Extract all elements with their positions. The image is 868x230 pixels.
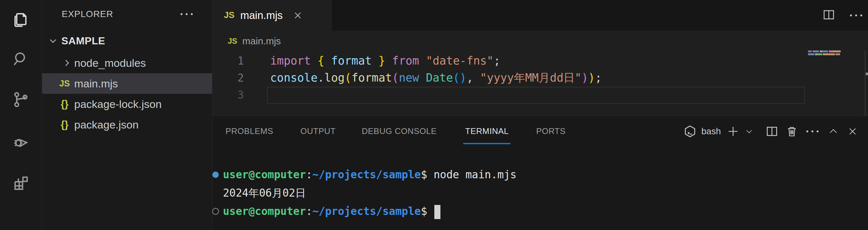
activity-bar bbox=[0, 0, 42, 230]
chevron-down-icon bbox=[745, 127, 754, 136]
sidebar-title: EXPLORER bbox=[62, 9, 114, 19]
new-terminal-button[interactable] bbox=[724, 122, 742, 141]
tree-item-label: node_modules bbox=[74, 57, 146, 69]
explorer-sidebar: EXPLORER SAMPLE node_modulesJSmain.mjs{}… bbox=[42, 0, 212, 230]
code-editor[interactable]: 1import { format } from "date-fns";2cons… bbox=[212, 0, 868, 116]
search-activity-button[interactable] bbox=[0, 42, 42, 77]
more-actions-icon bbox=[806, 130, 818, 132]
line-number: 2 bbox=[212, 69, 244, 87]
terminal-text: user@computer:~/projects/sample$ bbox=[223, 202, 440, 220]
overview-ruler-marker bbox=[866, 73, 868, 75]
tree-item-node_modules[interactable]: node_modules bbox=[42, 53, 212, 73]
terminal-line: 2024年06月02日 bbox=[208, 184, 868, 202]
split-terminal-button[interactable] bbox=[762, 122, 782, 141]
current-line-highlight bbox=[267, 87, 805, 104]
code-line-1[interactable]: 1import { format } from "date-fns"; bbox=[212, 52, 868, 69]
run-debug-activity-button[interactable] bbox=[0, 125, 42, 160]
close-panel-button[interactable] bbox=[844, 122, 862, 141]
terminal-line: user@computer:~/projects/sample$ bbox=[208, 202, 868, 220]
bottom-panel: PROBLEMSOUTPUTDEBUG CONSOLETERMINALPORTS… bbox=[212, 116, 868, 230]
command-success-decoration-icon bbox=[208, 171, 223, 178]
explorer-activity-button[interactable] bbox=[0, 3, 42, 38]
files-icon bbox=[11, 10, 31, 31]
tree-item-package-lock.json[interactable]: {}package-lock.json bbox=[42, 94, 212, 114]
editor-group: JS main.mjs JS main.mjs 1import { bbox=[212, 0, 868, 230]
more-actions-icon bbox=[181, 13, 193, 15]
code-line-2[interactable]: 2console.log(format(new Date(), "yyyy年MM… bbox=[212, 69, 868, 87]
shell-badge[interactable]: bash bbox=[683, 122, 721, 141]
json-file-icon: {} bbox=[56, 119, 73, 130]
command-pending-decoration-icon bbox=[208, 208, 223, 215]
maximize-panel-button[interactable] bbox=[823, 122, 844, 141]
bash-icon bbox=[683, 124, 698, 139]
scrollbar-divider bbox=[865, 51, 865, 116]
terminal-cursor bbox=[434, 205, 440, 219]
json-file-icon: {} bbox=[56, 98, 73, 110]
sidebar-section-label: SAMPLE bbox=[61, 35, 105, 47]
chevron-down-icon bbox=[47, 36, 59, 45]
tree-item-label: package.json bbox=[74, 119, 138, 131]
panel-tab-output[interactable]: OUTPUT bbox=[300, 116, 336, 146]
tree-item-label: package-lock.json bbox=[74, 98, 162, 110]
chevron-up-icon bbox=[828, 126, 839, 137]
panel-tab-terminal[interactable]: TERMINAL bbox=[465, 116, 508, 146]
vscode-window: EXPLORER SAMPLE node_modulesJSmain.mjs{}… bbox=[0, 0, 868, 230]
code-line-3[interactable]: 3 bbox=[212, 87, 868, 103]
terminal-text: user@computer:~/projects/sample$ node ma… bbox=[223, 165, 517, 184]
panel-more-actions-button[interactable] bbox=[802, 122, 823, 141]
terminal-line: user@computer:~/projects/sample$ node ma… bbox=[208, 165, 868, 184]
code-text: import { format } from "date-fns"; bbox=[270, 52, 500, 69]
terminal-text: 2024年06月02日 bbox=[223, 184, 306, 202]
split-terminal-icon bbox=[765, 124, 779, 138]
search-icon bbox=[11, 49, 31, 70]
new-terminal-icon bbox=[726, 125, 740, 138]
kill-terminal-button[interactable] bbox=[782, 122, 802, 141]
source-control-activity-button[interactable] bbox=[0, 83, 42, 118]
trash-icon bbox=[785, 125, 799, 138]
panel-tab-debug-console[interactable]: DEBUG CONSOLE bbox=[362, 116, 437, 146]
tree-item-package.json[interactable]: {}package.json bbox=[42, 114, 212, 135]
tree-item-main.mjs[interactable]: JSmain.mjs bbox=[42, 73, 212, 94]
line-number: 3 bbox=[212, 87, 244, 103]
shell-label: bash bbox=[701, 126, 721, 136]
extensions-icon bbox=[11, 173, 31, 195]
panel-tab-ports[interactable]: PORTS bbox=[536, 116, 566, 146]
chevron-right-icon bbox=[60, 58, 73, 68]
minimap[interactable] bbox=[808, 50, 843, 58]
tree-item-label: main.mjs bbox=[74, 77, 118, 90]
close-icon bbox=[847, 126, 858, 137]
run-debug-icon bbox=[11, 132, 31, 153]
sidebar-section-sample[interactable]: SAMPLE bbox=[42, 31, 212, 51]
explorer-more-actions-button[interactable] bbox=[177, 4, 196, 24]
terminal-dropdown-button[interactable] bbox=[742, 122, 756, 141]
code-text: console.log(format(new Date(), "yyyy年MM月… bbox=[270, 69, 602, 87]
panel-tab-problems[interactable]: PROBLEMS bbox=[225, 116, 273, 146]
extensions-activity-button[interactable] bbox=[0, 166, 42, 202]
line-number: 1 bbox=[212, 52, 244, 69]
source-control-icon bbox=[11, 90, 31, 111]
js-file-icon: JS bbox=[56, 79, 73, 89]
terminal-toolbar: bash bbox=[683, 116, 862, 146]
